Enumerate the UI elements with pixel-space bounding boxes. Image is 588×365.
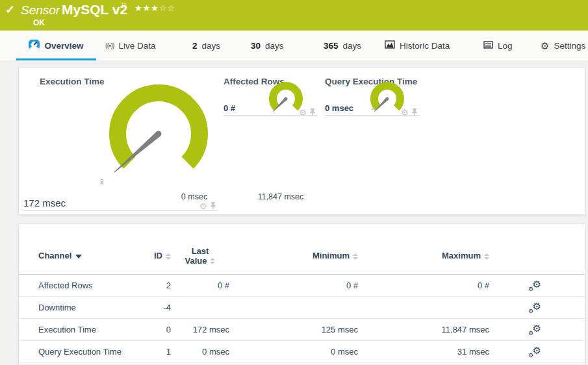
maximum-value: 31 msec	[358, 347, 489, 357]
tab-label: days	[343, 41, 362, 51]
gear-icon[interactable]: ⚙	[401, 108, 409, 117]
sort-arrows-icon	[210, 258, 215, 264]
log-icon	[483, 41, 493, 51]
minimum-value: 0 msec	[229, 347, 358, 357]
sensor-title: MySQL v2	[62, 2, 127, 18]
last-value: 172 msec	[171, 325, 229, 334]
tab-30-days[interactable]: 30 days	[251, 31, 284, 60]
tab-bar: Overview ((•)) Live Data 2 days 30 days …	[0, 31, 588, 60]
channel-name[interactable]: Downtime	[38, 303, 129, 312]
column-header-channel[interactable]: Channel	[38, 251, 129, 260]
sort-arrows-icon	[166, 253, 171, 260]
channel-settings-icon[interactable]: ⚙⚙	[528, 280, 541, 292]
channel-table-card: Channel ID LastValue Minimum Maximum Aff…	[18, 223, 586, 365]
gear-icon[interactable]: ⚙	[299, 108, 307, 117]
sort-caret-icon	[75, 255, 82, 258]
table-row: Affected Rows 2 0 # 0 # 0 # ⚙⚙	[19, 275, 585, 297]
tab-number: 365	[324, 41, 339, 51]
gauges-card: Execution Time x̄ 0 msec 11,847 msec 172…	[18, 67, 586, 215]
tab-log[interactable]: Log	[483, 31, 513, 60]
tab-live-data[interactable]: ((•)) Live Data	[105, 31, 156, 60]
tab-label: Settings	[554, 41, 585, 51]
live-data-icon: ((•))	[105, 42, 114, 49]
tab-settings[interactable]: ⚙ Settings	[541, 31, 585, 60]
table-row: Query Execution Time 1 0 msec 0 msec 31 …	[19, 341, 585, 363]
sort-arrows-icon	[484, 253, 489, 260]
table-header-row: Channel ID LastValue Minimum Maximum	[19, 224, 585, 275]
tab-overview[interactable]: Overview	[16, 31, 96, 60]
pin-icon[interactable]	[309, 107, 316, 118]
channel-name[interactable]: Query Execution Time	[38, 347, 129, 357]
sort-arrows-icon	[353, 253, 358, 260]
column-header-last-value[interactable]: LastValue	[171, 246, 229, 266]
channel-id: -4	[129, 303, 171, 312]
channel-id: 2	[129, 281, 171, 290]
gauge-underline	[23, 68, 218, 211]
tab-2-days[interactable]: 2 days	[192, 31, 220, 60]
last-value: 0 #	[171, 281, 229, 290]
gear-icon[interactable]: ⚙	[199, 202, 207, 210]
channel-name[interactable]: Affected Rows	[38, 281, 129, 290]
minimum-value: 0 #	[229, 281, 358, 290]
table-row: Execution Time 0 172 msec 125 msec 11,84…	[19, 319, 585, 341]
gauge-icon	[29, 40, 40, 51]
pin-icon[interactable]	[411, 107, 418, 118]
channel-id: 0	[129, 325, 171, 334]
tab-label: Overview	[44, 41, 83, 51]
divider-band	[0, 60, 588, 67]
historic-chart-icon	[385, 40, 395, 51]
tab-label: Log	[498, 41, 513, 51]
tab-label: Live Data	[119, 41, 156, 51]
last-value: 0 msec	[171, 347, 229, 357]
priority-stars[interactable]: ★★★☆☆	[134, 3, 175, 13]
channel-name[interactable]: Execution Time	[38, 325, 129, 334]
tab-historic-data[interactable]: Historic Data	[385, 31, 450, 60]
column-header-maximum[interactable]: Maximum	[358, 251, 489, 260]
flag-icon[interactable]: ⚐	[121, 1, 127, 10]
maximum-value: 0 #	[358, 281, 489, 290]
status-check-icon: ✓	[5, 3, 15, 17]
gauge-actions: ⚙	[401, 107, 418, 118]
channel-settings-icon[interactable]: ⚙⚙	[528, 302, 541, 314]
tab-365-days[interactable]: 365 days	[324, 31, 361, 60]
gear-icon: ⚙	[541, 41, 549, 51]
tab-number: 30	[251, 41, 261, 51]
column-header-minimum[interactable]: Minimum	[229, 251, 358, 260]
tab-label: days	[265, 41, 284, 51]
tab-label: Historic Data	[400, 41, 450, 51]
tab-number: 2	[192, 41, 198, 51]
channel-settings-icon[interactable]: ⚙⚙	[528, 324, 541, 336]
tab-label: days	[202, 41, 221, 51]
sensor-header: ✓ Sensor MySQL v2 ⚐ ★★★☆☆ OK	[0, 0, 588, 31]
gauge-actions: ⚙	[199, 200, 216, 212]
sensor-kicker: Sensor	[21, 3, 60, 18]
pin-icon[interactable]	[210, 200, 216, 212]
gauge-actions: ⚙	[299, 107, 316, 118]
table-row: Downtime -4 ⚙⚙	[19, 297, 585, 319]
channel-id: 1	[129, 347, 171, 357]
channel-settings-icon[interactable]: ⚙⚙	[528, 346, 541, 358]
column-header-id[interactable]: ID	[129, 251, 171, 260]
status-badge: OK	[33, 18, 45, 27]
gauge-max-label: 11,847 msec	[258, 192, 304, 201]
maximum-value: 11,847 msec	[358, 325, 489, 334]
minimum-value: 125 msec	[229, 325, 358, 334]
